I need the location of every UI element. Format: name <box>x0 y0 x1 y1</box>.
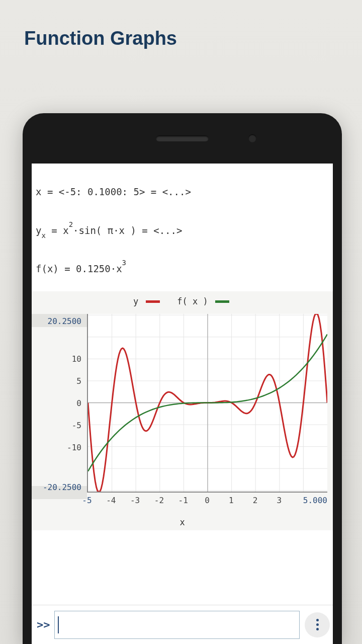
x-tick: -4 <box>106 496 116 505</box>
plot-svg <box>88 314 327 492</box>
x-tick: -2 <box>154 496 164 505</box>
x-axis-title: x <box>179 517 185 527</box>
x-tick: 3 <box>277 496 282 505</box>
plot-canvas[interactable] <box>87 314 327 493</box>
command-input[interactable] <box>54 611 300 639</box>
x-tick: -1 <box>178 496 188 505</box>
chart-legend: y f( x ) <box>32 296 333 306</box>
y-axis-labels: 20.2500 10 5 0 -5 -10 -20.2500 <box>32 314 84 493</box>
y-tick: 10 <box>72 354 81 364</box>
page-title: Function Graphs <box>0 0 362 49</box>
expr-subscript: x <box>41 231 45 239</box>
more-vertical-icon <box>316 628 319 630</box>
expr-text: ·sin( π·x ) = <...> <box>73 225 182 236</box>
x-tick-max: 5.000 <box>303 496 327 505</box>
y-tick: 0 <box>76 398 81 408</box>
legend-label-fx: f( x ) <box>177 296 208 306</box>
expression-f[interactable]: f(x) = 0.1250·x3 <box>36 262 329 276</box>
expression-y[interactable]: yx = x2·sin( π·x ) = <...> <box>36 223 329 238</box>
expr-text: y <box>36 225 41 236</box>
legend-swatch-fx <box>215 300 229 303</box>
input-prompt: >> <box>35 618 54 631</box>
y-tick-max: 20.2500 <box>48 316 81 326</box>
app-screen: x = <-5: 0.1000: 5> = <...> yx = x2·sin(… <box>32 164 333 644</box>
legend-label-y: y <box>133 296 138 306</box>
legend-swatch-y <box>146 300 160 303</box>
y-tick: -10 <box>67 442 81 452</box>
expr-text: x = <-5: 0.1000: 5> = <...> <box>36 186 191 197</box>
x-tick: 0 <box>205 496 210 505</box>
x-tick: 2 <box>253 496 258 505</box>
camera-icon <box>248 134 256 142</box>
x-tick: -5 <box>82 496 92 505</box>
y-tick: -5 <box>72 420 81 430</box>
expr-superscript: 2 <box>69 220 73 228</box>
phone-top-bezel <box>23 113 342 164</box>
more-menu-button[interactable] <box>305 612 330 637</box>
expression-area: x = <-5: 0.1000: 5> = <...> yx = x2·sin(… <box>32 164 333 291</box>
expression-x[interactable]: x = <-5: 0.1000: 5> = <...> <box>36 185 329 199</box>
phone-frame: x = <-5: 0.1000: 5> = <...> yx = x2·sin(… <box>23 113 342 644</box>
x-tick: -3 <box>130 496 140 505</box>
y-tick-min: -20.2500 <box>43 482 81 492</box>
more-vertical-icon <box>316 623 319 626</box>
expr-superscript: 3 <box>122 259 126 267</box>
more-vertical-icon <box>316 619 319 621</box>
y-tick: 5 <box>76 376 81 386</box>
expr-text: f(x) = 0.1250·x <box>36 263 122 274</box>
x-tick: 1 <box>229 496 234 505</box>
speaker-icon <box>156 135 209 141</box>
expr-text: = x <box>46 225 69 236</box>
input-bar: >> <box>32 605 333 644</box>
text-cursor <box>58 616 59 633</box>
chart-area[interactable]: y f( x ) 20.2500 10 5 0 -5 -10 -20.2500 <box>32 291 333 530</box>
